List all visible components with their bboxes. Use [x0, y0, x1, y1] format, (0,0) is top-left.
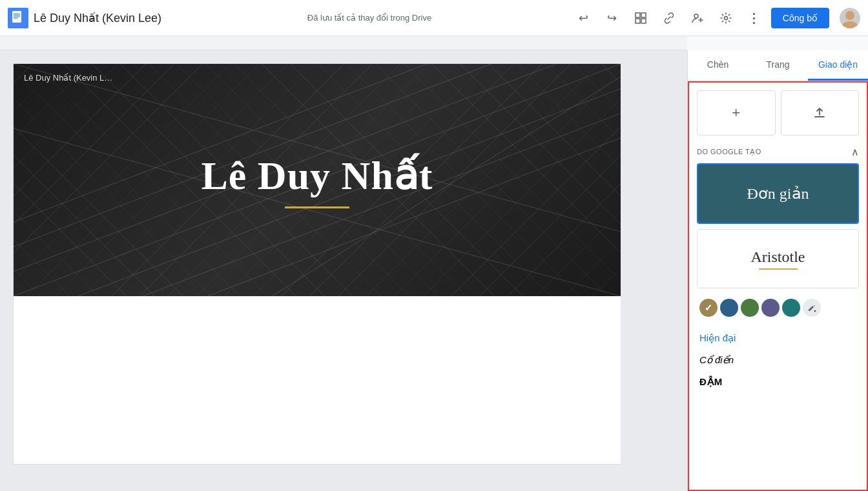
svg-rect-8 — [641, 19, 646, 23]
svg-point-12 — [842, 21, 858, 28]
slide-card[interactable]: Lê Duy Nhất (Kevin L… Lê Duy Nhất — [13, 63, 620, 465]
slide-thumbnail-label: Lê Duy Nhất (Kevin L… — [24, 73, 112, 83]
svg-point-9 — [694, 14, 698, 18]
svg-point-10 — [724, 16, 727, 19]
theme-card-don-gian[interactable]: Đơn giản — [697, 163, 859, 224]
upload-theme-button[interactable] — [781, 90, 860, 135]
color-swatch-gold[interactable]: ✓ — [699, 299, 718, 317]
color-swatch-green[interactable] — [741, 299, 759, 317]
don-gian-label: Đơn giản — [747, 185, 809, 203]
plus-icon: + — [732, 105, 740, 121]
custom-color-button[interactable] — [803, 299, 821, 317]
svg-rect-7 — [636, 19, 640, 23]
slide-main-title: Lê Duy Nhất — [201, 152, 433, 199]
theme-import-row: + — [697, 90, 859, 135]
don-gian-preview: Đơn giản — [698, 165, 858, 223]
settings-button[interactable] — [714, 6, 738, 30]
doc-icon — [8, 8, 28, 28]
main-area: Lê Duy Nhất (Kevin L… Lê Duy Nhất Chèn T… — [0, 50, 868, 491]
topbar: Lê Duy Nhất (Kevin Lee) Đã lưu tất cả th… — [0, 0, 868, 36]
color-swatch-blue[interactable] — [720, 299, 738, 317]
theme-card-aristotle[interactable]: Aristotle — [697, 229, 859, 288]
tab-giao-dien[interactable]: Giao diện — [808, 50, 868, 81]
svg-rect-2 — [14, 14, 20, 15]
slide-accent-line — [285, 206, 349, 208]
aristotle-label: Aristotle — [751, 248, 805, 266]
svg-rect-3 — [14, 15, 20, 17]
svg-point-23 — [814, 310, 816, 312]
publish-button[interactable]: Công bố — [771, 8, 829, 28]
slide-header: Lê Duy Nhất (Kevin L… Lê Duy Nhất — [14, 64, 621, 296]
svg-rect-5 — [636, 13, 640, 17]
aristotle-accent — [759, 268, 798, 270]
doc-title: Lê Duy Nhất (Kevin Lee) — [34, 11, 161, 25]
slide-body — [14, 296, 621, 464]
avatar — [840, 8, 860, 28]
tab-chen[interactable]: Chèn — [688, 50, 748, 81]
add-person-button[interactable] — [686, 6, 709, 30]
section-chevron[interactable]: ∧ — [851, 146, 860, 158]
svg-rect-6 — [641, 13, 646, 17]
right-panel: Chèn Trang Giao diện + DO GOOGLE T — [687, 50, 868, 491]
style-list: Hiện đại Cổ điển ĐẬM — [697, 327, 859, 393]
checkmark-icon: ✓ — [705, 303, 712, 313]
svg-rect-4 — [14, 17, 18, 19]
style-hien-dai[interactable]: Hiện đại — [697, 327, 859, 349]
panel-tabs: Chèn Trang Giao diện — [688, 50, 868, 81]
layout-button[interactable] — [629, 6, 652, 30]
by-google-label: DO GOOGLE TẠO ∧ — [697, 146, 859, 158]
style-dam[interactable]: ĐẬM — [697, 371, 859, 393]
tab-trang[interactable]: Trang — [748, 50, 808, 81]
svg-rect-1 — [12, 11, 21, 23]
undo-button[interactable]: ↩ — [572, 6, 595, 30]
ruler — [0, 36, 687, 50]
slide-content: Lê Duy Nhất — [201, 152, 433, 208]
more-button[interactable]: ⋮ — [743, 6, 766, 30]
color-palette-row: ✓ — [697, 294, 859, 322]
save-status: Đã lưu tất cả thay đổi trong Drive — [172, 13, 567, 23]
paint-bucket-icon — [807, 303, 816, 312]
panel-content: + DO GOOGLE TẠO ∧ Đơn giản — [688, 81, 868, 491]
style-co-dien[interactable]: Cổ điển — [697, 349, 859, 371]
by-google-text: DO GOOGLE TẠO — [697, 148, 761, 156]
document-area: Lê Duy Nhất (Kevin L… Lê Duy Nhất — [0, 50, 687, 491]
add-theme-button[interactable]: + — [697, 90, 776, 135]
upload-icon — [812, 106, 827, 120]
color-swatch-teal[interactable] — [782, 299, 800, 317]
color-swatch-purple[interactable] — [761, 299, 780, 317]
aristotle-preview: Aristotle — [698, 230, 858, 288]
redo-button[interactable]: ↪ — [601, 6, 624, 30]
link-button[interactable] — [657, 6, 681, 30]
svg-point-11 — [845, 11, 854, 20]
